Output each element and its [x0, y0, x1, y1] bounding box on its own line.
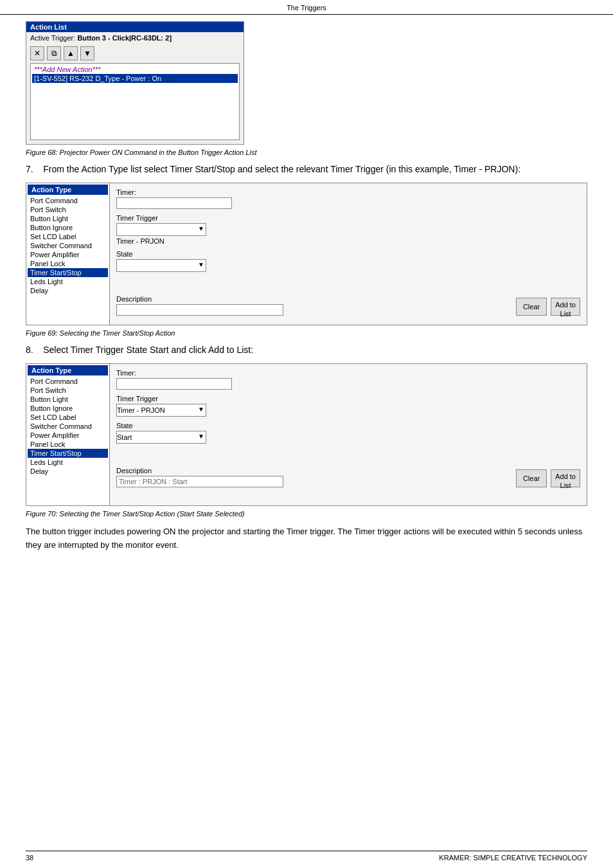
desc-input-1[interactable] [116, 304, 283, 316]
add-new-action-item[interactable]: ***Add New Action*** [32, 65, 238, 74]
timer-field-row-2: Timer: [116, 369, 580, 390]
action-type-set-lcd-2[interactable]: Set LCD Label [28, 413, 108, 422]
body-text: The button trigger includes powering ON … [26, 525, 587, 552]
copy-button[interactable]: ⧉ [47, 46, 61, 60]
timer-trigger-select-wrapper-1: ▼ [116, 223, 206, 236]
action-type-delay-1[interactable]: Delay [28, 286, 108, 295]
down-button[interactable]: ▼ [80, 46, 94, 60]
state-select-wrapper-2: Start ▼ [116, 431, 206, 444]
clear-button-1[interactable]: Clear [516, 298, 547, 316]
action-type-switcher-1[interactable]: Switcher Command [28, 241, 108, 250]
page-footer: 38 KRAMER: SIMPLE CREATIVE TECHNOLOGY [26, 851, 587, 862]
desc-col-2: Description [116, 467, 512, 487]
action-type-timer-2[interactable]: Timer Start/Stop [28, 449, 108, 458]
action-type-delay-2[interactable]: Delay [28, 467, 108, 476]
active-trigger-label: Active Trigger: [30, 34, 75, 42]
action-type-timer-1[interactable]: Timer Start/Stop [28, 268, 108, 277]
action-type-list-1: Action Type Port Command Port Switch But… [26, 183, 110, 325]
action-type-switcher-2[interactable]: Switcher Command [28, 422, 108, 431]
step8-text: 8. Select Timer Trigger State Start and … [26, 343, 587, 357]
action-type-leds-1[interactable]: Leds Light [28, 277, 108, 286]
step7-text: 7. From the Action Type list select Time… [26, 163, 587, 176]
active-trigger-row: Active Trigger: Button 3 - Click|RC-63DL… [26, 32, 244, 44]
step7-content: From the Action Type list select Timer S… [43, 164, 520, 174]
action-item-sv552[interactable]: [1-SV-552] RS-232 D_Type - Power : On [32, 74, 238, 83]
step8-content: Select Timer Trigger State Start and cli… [43, 345, 253, 355]
action-type-port-switch-1[interactable]: Port Switch [28, 205, 108, 214]
figure68-caption: Figure 68: Projector Power ON Command in… [26, 149, 587, 156]
page-header: The Triggers [0, 0, 613, 15]
action-type-button-light-2[interactable]: Button Light [28, 395, 108, 404]
timer-label-2: Timer: [116, 369, 580, 377]
desc-label-2: Description [116, 467, 512, 475]
state-select-wrapper-1: ▼ [116, 259, 206, 272]
action-right-2: Timer: Timer Trigger Timer - PRJON ▼ Sta… [110, 364, 587, 505]
action-type-list-2: Action Type Port Command Port Switch But… [26, 364, 110, 505]
state-row-1: State ▼ [116, 250, 580, 272]
timer-trigger-row-1: Timer Trigger ▼ Timer - PRJON [116, 214, 580, 245]
timer-trigger-select-wrapper-2: Timer - PRJON ▼ [116, 404, 206, 417]
action-type-title-2: Action Type [28, 365, 108, 375]
action-list-title: Action List [26, 22, 244, 32]
timer-input-2[interactable] [116, 378, 232, 390]
desc-label-1: Description [116, 295, 512, 303]
page-number: 38 [26, 854, 33, 862]
state-select-1[interactable] [116, 259, 206, 272]
timer-trigger-value-1: Timer - PRJON [116, 237, 580, 245]
action-type-leds-2[interactable]: Leds Light [28, 458, 108, 467]
step7-number: 7. [26, 164, 40, 174]
state-label-1: State [116, 250, 580, 258]
up-button[interactable]: ▲ [64, 46, 78, 60]
action-type-panel-lock-2[interactable]: Panel Lock [28, 440, 108, 449]
step8-number: 8. [26, 345, 40, 355]
action-type-title-1: Action Type [28, 185, 108, 195]
action-type-button-ignore-1[interactable]: Button Ignore [28, 223, 108, 232]
description-row-2: Description Clear Add to List [116, 467, 580, 487]
state-row-2: State Start ▼ [116, 422, 580, 444]
action-list-panel: Action List Active Trigger: Button 3 - C… [26, 21, 244, 145]
action-type-port-command-1[interactable]: Port Command [28, 196, 108, 205]
action-type-button-ignore-2[interactable]: Button Ignore [28, 404, 108, 413]
action-right-1: Timer: Timer Trigger ▼ Timer - PRJON Sta… [110, 183, 587, 325]
active-trigger-value: Button 3 - Click|RC-63DL: 2] [77, 34, 172, 42]
action-panel-1: Action Type Port Command Port Switch But… [26, 183, 587, 325]
desc-input-2[interactable] [116, 476, 283, 487]
description-row-1: Description Clear Add to List [116, 295, 580, 316]
timer-trigger-label-2: Timer Trigger [116, 395, 580, 402]
header-title: The Triggers [287, 4, 326, 12]
state-label-2: State [116, 422, 580, 429]
clear-button-2[interactable]: Clear [516, 469, 547, 487]
action-type-power-amp-1[interactable]: Power Amplifier [28, 250, 108, 259]
toolbar-row: ✕ ⧉ ▲ ▼ [26, 44, 244, 63]
figure69-caption: Figure 69: Selecting the Timer Start/Sto… [26, 329, 587, 337]
add-to-list-button-1[interactable]: Add to List [551, 298, 580, 316]
delete-button[interactable]: ✕ [30, 46, 44, 60]
timer-label-1: Timer: [116, 188, 580, 196]
brand: KRAMER: SIMPLE CREATIVE TECHNOLOGY [439, 854, 587, 862]
timer-trigger-label-1: Timer Trigger [116, 214, 580, 222]
action-type-button-light-1[interactable]: Button Light [28, 214, 108, 223]
add-to-list-button-2[interactable]: Add to List [551, 469, 580, 487]
timer-input-1[interactable] [116, 197, 232, 209]
action-list-items: ***Add New Action*** [1-SV-552] RS-232 D… [30, 63, 240, 140]
action-type-port-switch-2[interactable]: Port Switch [28, 386, 108, 395]
state-select-2[interactable]: Start [116, 431, 206, 444]
action-panel-2: Action Type Port Command Port Switch But… [26, 363, 587, 506]
desc-col-1: Description [116, 295, 512, 316]
timer-trigger-select-1[interactable] [116, 223, 206, 236]
action-type-port-command-2[interactable]: Port Command [28, 377, 108, 386]
timer-field-row-1: Timer: [116, 188, 580, 209]
action-type-set-lcd-1[interactable]: Set LCD Label [28, 232, 108, 241]
action-type-panel-lock-1[interactable]: Panel Lock [28, 259, 108, 268]
timer-trigger-row-2: Timer Trigger Timer - PRJON ▼ [116, 395, 580, 417]
figure70-caption: Figure 70: Selecting the Timer Start/Sto… [26, 510, 587, 518]
action-type-power-amp-2[interactable]: Power Amplifier [28, 431, 108, 440]
timer-trigger-select-2[interactable]: Timer - PRJON [116, 404, 206, 417]
